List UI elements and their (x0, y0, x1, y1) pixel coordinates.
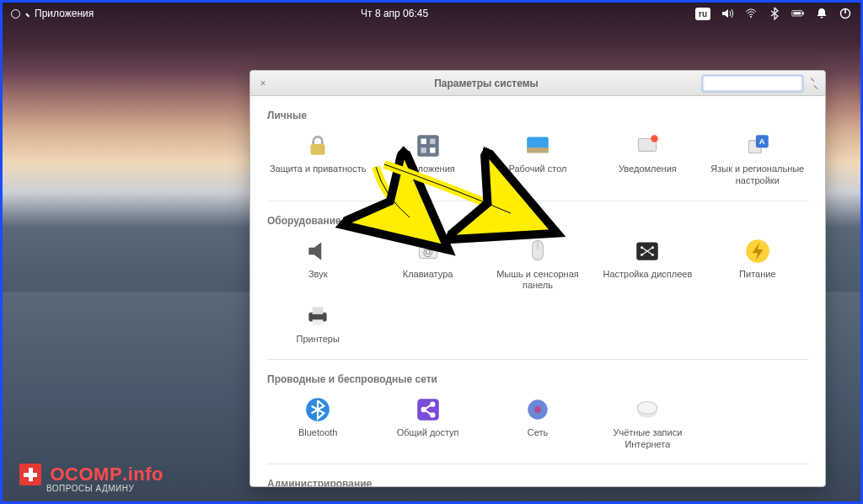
volume-icon[interactable] (721, 7, 734, 20)
svg-rect-13 (430, 147, 435, 153)
item-label: Клавиатура (403, 269, 453, 281)
notifications-icon (633, 131, 662, 160)
svg-point-46 (638, 401, 657, 414)
bluetooth-icon[interactable] (768, 7, 781, 20)
item-notifications[interactable]: Уведомления (597, 128, 698, 190)
item-bluetooth[interactable]: Bluetooth (267, 392, 368, 454)
svg-rect-3 (793, 12, 801, 14)
svg-point-17 (651, 135, 659, 142)
item-network[interactable]: Сеть (487, 392, 588, 454)
system-settings-window: × Параметры системы Личные Защита и прив… (249, 70, 826, 487)
close-button[interactable]: × (255, 78, 271, 89)
locale-icon: A (743, 131, 772, 160)
svg-rect-8 (311, 144, 325, 155)
svg-rect-12 (421, 147, 426, 153)
item-label: Звук (308, 269, 328, 281)
svg-text:A: A (759, 137, 765, 146)
item-sharing[interactable]: Общий доступ (377, 392, 478, 454)
settings-search[interactable] (702, 75, 803, 92)
item-sound[interactable]: Звук (267, 233, 368, 296)
panel-datetime[interactable]: Чт 8 апр 06:45 (361, 8, 428, 19)
keyboard-layout-indicator[interactable]: ru (695, 8, 710, 20)
section-title-network: Проводные и беспроводные сети (267, 373, 808, 385)
item-power[interactable]: Питание (707, 233, 808, 296)
item-label: Рабочий стол (508, 164, 566, 175)
item-security-privacy[interactable]: Защита и приватность (267, 128, 368, 190)
printer-icon (303, 302, 332, 330)
item-desktop[interactable]: Рабочий стол (487, 128, 588, 190)
item-label: Общий доступ (397, 427, 459, 439)
svg-rect-9 (417, 135, 439, 157)
svg-rect-34 (313, 307, 324, 314)
section-title-personal: Личные (267, 110, 808, 121)
section-title-admin: Администрирование (267, 478, 808, 486)
svg-text:@: @ (422, 245, 433, 258)
keyboard-icon: @ (414, 237, 442, 265)
item-mouse-touchpad[interactable]: Мышь и сенсорная панель (487, 233, 588, 296)
sound-icon (303, 237, 332, 265)
item-label: Приложения (400, 164, 454, 175)
svg-rect-10 (421, 139, 426, 144)
top-panel: Приложения Чт 8 апр 06:45 ru (3, 3, 860, 24)
svg-rect-2 (802, 12, 804, 14)
svg-point-0 (750, 16, 752, 18)
apps-icon (414, 131, 442, 160)
item-label: Язык и региональные настройки (707, 164, 808, 187)
item-label: Защита и приватность (270, 164, 367, 175)
lock-icon (303, 131, 332, 160)
watermark-logo-icon (19, 464, 41, 485)
sharing-icon (414, 395, 442, 424)
section-title-hardware: Оборудование (267, 215, 808, 227)
search-icon[interactable] (11, 7, 24, 20)
watermark: OCOMP.info ВОПРОСЫ АДМИНУ (19, 464, 163, 493)
item-label: Настройка дисплеев (603, 269, 693, 281)
item-label: Принтеры (297, 334, 340, 346)
item-label: Мышь и сенсорная панель (487, 269, 588, 292)
mouse-icon (523, 237, 552, 265)
network-icon (523, 395, 552, 424)
svg-rect-15 (527, 147, 549, 153)
svg-point-44 (534, 406, 542, 414)
item-displays[interactable]: Настройка дисплеев (597, 233, 698, 296)
item-applications[interactable]: Приложения (377, 128, 478, 190)
item-label: Учётные записи Интернета (597, 427, 698, 451)
titlebar[interactable]: × Параметры системы (250, 71, 825, 96)
item-label: Сеть (528, 427, 548, 439)
applications-menu[interactable]: Приложения (35, 8, 94, 19)
displays-icon (633, 237, 662, 265)
notifications-bell-icon[interactable] (815, 7, 828, 20)
item-label: Уведомления (619, 164, 677, 175)
svg-rect-11 (430, 139, 435, 144)
power-energy-icon (743, 237, 772, 265)
item-online-accounts[interactable]: Учётные записи Интернета (597, 392, 698, 454)
window-title: Параметры системы (276, 78, 697, 89)
desktop-icon (523, 131, 552, 160)
item-keyboard[interactable]: @ Клавиатура (377, 233, 478, 296)
battery-icon[interactable] (791, 7, 805, 20)
svg-rect-35 (313, 319, 324, 324)
svg-rect-37 (417, 399, 439, 421)
settings-content: Личные Защита и приватность Приложения Р… (250, 96, 825, 486)
maximize-button[interactable] (808, 78, 820, 89)
item-language-region[interactable]: A Язык и региональные настройки (707, 128, 808, 190)
wifi-icon[interactable] (744, 7, 758, 20)
item-label: Bluetooth (298, 427, 337, 439)
bluetooth-settings-icon (303, 395, 332, 424)
power-icon[interactable] (839, 7, 852, 20)
online-accounts-icon (633, 395, 662, 424)
item-label: Питание (739, 269, 775, 281)
item-printers[interactable]: Принтеры (267, 298, 368, 349)
